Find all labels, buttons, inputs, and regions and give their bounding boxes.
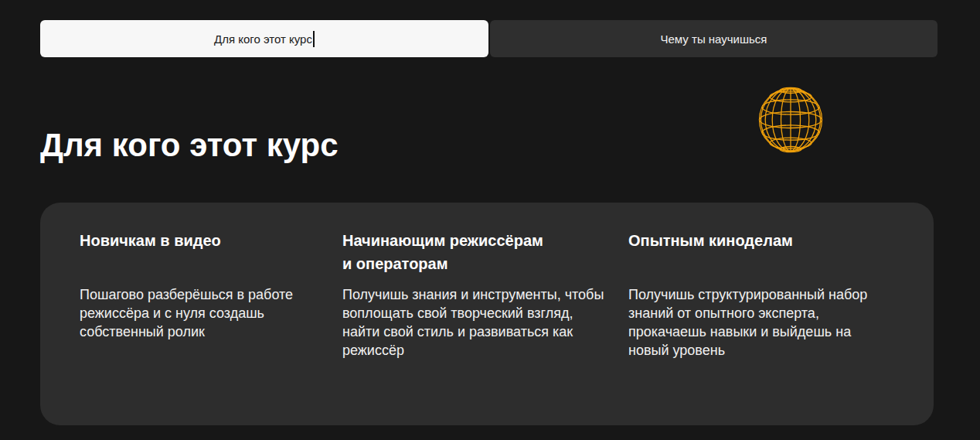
audience-col-title: Начинающим режиссёрам и операторам bbox=[342, 229, 605, 275]
audience-col-novice-directors: Начинающим режиссёрам и операторам Получ… bbox=[342, 229, 605, 360]
course-section-tabs: Для кого этот курс Чему ты научишься bbox=[40, 20, 937, 57]
text-cursor-caret bbox=[313, 31, 315, 47]
tab-what-you-learn[interactable]: Чему ты научишься bbox=[490, 20, 937, 57]
audience-card: Новичкам в видео Пошагово разберёшься в … bbox=[40, 203, 934, 425]
tab-for-whom-label: Для кого этот курс bbox=[214, 32, 312, 46]
audience-col-title: Опытным киноделам bbox=[628, 229, 876, 275]
audience-col-description: Получишь структурированный набор знаний … bbox=[628, 285, 876, 360]
audience-col-description: Получишь знания и инструменты, чтобы воп… bbox=[342, 285, 605, 360]
tab-for-whom[interactable]: Для кого этот курс bbox=[40, 20, 488, 57]
tab-what-you-learn-label: Чему ты научишься bbox=[661, 32, 767, 46]
audience-col-description: Пошагово разберёшься в работе режиссёра … bbox=[80, 285, 319, 341]
page-title: Для кого этот курс bbox=[40, 128, 339, 162]
audience-col-beginners-video: Новичкам в видео Пошагово разберёшься в … bbox=[80, 229, 319, 360]
audience-col-experienced-filmmakers: Опытным киноделам Получишь структурирова… bbox=[628, 229, 876, 360]
audience-grid: Новичкам в видео Пошагово разберёшься в … bbox=[80, 229, 899, 360]
audience-col-title: Новичкам в видео bbox=[80, 229, 319, 275]
globe-wireframe-icon bbox=[757, 87, 824, 153]
